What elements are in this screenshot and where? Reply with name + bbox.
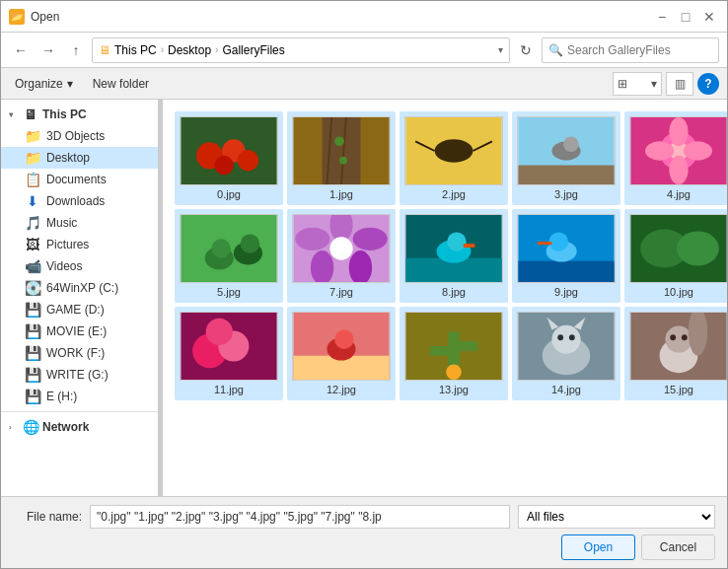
file-thumbnail-12-jpg [292,312,391,381]
svg-point-58 [334,329,353,348]
new-folder-button[interactable]: New folder [87,75,155,93]
file-thumbnail-9-jpg [517,214,616,283]
file-name-label: 9.jpg [554,286,578,298]
close-button[interactable]: ✕ [699,7,719,27]
sidebar-item-write[interactable]: 💾 WRITE (G:) [1,364,158,386]
videos-icon: 📹 [25,258,40,274]
file-item-10-jpg[interactable]: 10.jpg [624,209,727,303]
sidebar-item-downloads[interactable]: ⬇ Downloads [1,190,158,212]
title-bar-left: 📂 Open [9,9,59,25]
svg-point-9 [334,136,344,146]
sidebar-item-videos[interactable]: 📹 Videos [1,255,158,277]
file-item-1-jpg[interactable]: 1.jpg [287,111,396,205]
minimize-button[interactable]: − [652,7,672,27]
sidebar-item-documents[interactable]: 📋 Documents [1,169,158,190]
breadcrumb-sep-1: › [161,44,164,55]
file-thumbnail-7-jpg [292,214,391,283]
file-thumbnail-8-jpg [404,214,503,283]
svg-point-70 [569,334,575,340]
file-item-8-jpg[interactable]: 8.jpg [400,209,508,303]
file-thumbnail-2-jpg [404,116,503,185]
sidebar-item-music[interactable]: 🎵 Music [1,212,158,234]
file-name-label: 1.jpg [329,188,353,200]
organize-button[interactable]: Organize ▾ [9,75,79,93]
search-input[interactable] [567,43,712,57]
maximize-button[interactable]: □ [676,7,695,27]
sidebar-item-3d-objects[interactable]: 📁 3D Objects [1,125,158,147]
documents-label: Documents [46,173,107,186]
file-item-2-jpg[interactable]: 2.jpg [400,111,508,205]
bottom-bar: File name: All files JPEG files (*.jpg) … [1,496,727,568]
file-grid: 0.jpg 1.jpg 2.jpg 3.jpg 4.jpg [171,107,719,404]
svg-point-18 [563,136,579,152]
file-item-0-jpg[interactable]: 0.jpg [175,111,283,205]
help-button[interactable]: ? [697,73,719,95]
up-button[interactable]: ↑ [64,38,88,62]
svg-rect-61 [430,346,449,356]
toolbar-right: ⊞ ▾ ▥ ? [613,72,719,96]
sidebar-item-e[interactable]: 💾 E (H:) [1,386,158,407]
file-name-label: 12.jpg [327,384,356,395]
file-name-label: 3.jpg [554,188,578,200]
sidebar-item-pictures[interactable]: 🖼 Pictures [1,234,158,255]
svg-point-75 [670,334,676,340]
file-thumbnail-1-jpg [292,116,391,185]
file-name-label: 7.jpg [329,286,353,298]
file-name-label: 11.jpg [214,384,244,395]
back-button[interactable]: ← [9,38,33,62]
pane-button[interactable]: ▥ [666,72,693,96]
file-thumbnail-5-jpg [180,214,278,283]
desktop-icon: 📁 [25,150,40,166]
file-item-7-jpg[interactable]: 7.jpg [287,209,396,303]
desktop-label: Desktop [46,151,90,165]
file-item-5-jpg[interactable]: 5.jpg [175,209,283,303]
sidebar: ▾ 🖥 This PC 📁 3D Objects 📁 Desktop 📋 Doc… [1,100,159,496]
title-bar: 📂 Open − □ ✕ [1,1,727,33]
sidebar-item-64winxp[interactable]: 💽 64WinXP (C:) [1,277,158,299]
sidebar-item-game[interactable]: 💾 GAME (D:) [1,299,158,320]
view-icon-button[interactable]: ⊞ ▾ [613,72,662,96]
64winxp-label: 64WinXP (C:) [46,281,118,295]
sidebar-this-pc-header[interactable]: ▾ 🖥 This PC [1,104,158,125]
action-row: Open Cancel [13,534,715,560]
sidebar-item-movie[interactable]: 💾 MOVIE (E:) [1,320,158,342]
pane-icon: ▥ [675,77,686,91]
svg-point-25 [684,141,712,160]
refresh-button[interactable]: ↻ [514,38,538,62]
file-item-14-jpg[interactable]: 14.jpg [512,307,620,400]
this-pc-icon: 🖥 [23,107,38,122]
sidebar-item-desktop[interactable]: 📁 Desktop [1,147,158,169]
svg-point-54 [206,319,233,345]
this-pc-toggle: ▾ [9,110,19,119]
file-item-9-jpg[interactable]: 9.jpg [512,209,620,303]
file-name-label: 4.jpg [667,188,691,200]
filetype-select[interactable]: All files JPEG files (*.jpg) PNG files (… [518,505,715,529]
file-item-3-jpg[interactable]: 3.jpg [512,111,620,205]
sidebar-item-work[interactable]: 💾 WORK (F:) [1,342,158,364]
sidebar-network-header[interactable]: › 🌐 Network [1,416,158,438]
file-item-13-jpg[interactable]: 13.jpg [400,307,508,400]
help-label: ? [704,77,711,91]
file-item-11-jpg[interactable]: 11.jpg [175,307,283,400]
music-icon: 🎵 [25,215,40,231]
file-name-label: 8.jpg [442,286,466,298]
filename-input[interactable] [90,505,510,529]
forward-button[interactable]: → [36,38,60,62]
svg-point-33 [353,228,388,250]
svg-point-63 [446,364,462,380]
svg-point-36 [295,228,329,250]
cancel-button[interactable]: Cancel [641,534,715,560]
open-button[interactable]: Open [561,534,635,560]
breadcrumb[interactable]: 🖥 This PC › Desktop › GalleryFiles ▾ [92,37,510,63]
file-item-4-jpg[interactable]: 4.jpg [624,111,727,205]
file-thumbnail-15-jpg [629,312,727,381]
movie-icon: 💾 [25,323,40,339]
svg-rect-16 [518,166,614,184]
file-name-label: 2.jpg [442,188,466,200]
file-item-12-jpg[interactable]: 12.jpg [287,307,396,400]
search-icon: 🔍 [548,43,563,57]
window-title: Open [31,10,59,24]
file-item-15-jpg[interactable]: 15.jpg [624,307,727,400]
organize-arrow: ▾ [67,77,73,91]
breadcrumb-dropdown-button[interactable]: ▾ [498,44,503,55]
